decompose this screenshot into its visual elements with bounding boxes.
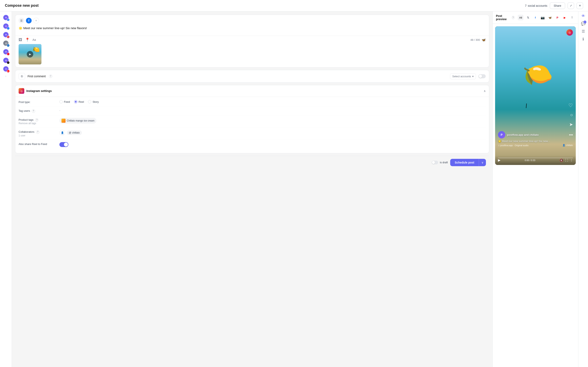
select-accounts-chevron: ▾ (472, 75, 474, 78)
preview-tab-facebook[interactable]: f (532, 15, 538, 20)
image-icon[interactable]: 🖼 (18, 38, 22, 42)
sidebar-item-pinterest[interactable]: ✦ P (2, 48, 9, 55)
radio-story-label: Story (93, 100, 99, 103)
first-comment-help-icon[interactable]: ? (49, 75, 52, 78)
preview-help-icon[interactable]: ? (512, 16, 515, 19)
schedule-post-button[interactable]: Schedule post (450, 159, 479, 166)
comment-icon: ① (18, 73, 25, 80)
product-tags-sublabel: Remove all tags (18, 122, 60, 125)
settings-collapse-icon[interactable]: ∧ (484, 89, 486, 92)
preview-tab-youtube[interactable]: ▶ (562, 15, 568, 20)
preview-play-button[interactable]: ▶ (498, 158, 501, 162)
preview-lemon-graphic: 🍋 (520, 57, 555, 91)
collaborators-value: 👤 @ chillato (60, 130, 486, 136)
close-icon: ✕ (579, 4, 581, 7)
close-button[interactable]: ✕ (577, 2, 583, 9)
sidebar-item-tiktok[interactable]: ✦ ⊙ (2, 57, 9, 64)
radio-reel[interactable]: Reel (74, 100, 84, 103)
preview-mute-icon[interactable]: 🔇 (560, 159, 563, 162)
play-button[interactable]: ▶ (27, 51, 33, 58)
schedule-chevron-button[interactable]: ∨ (479, 159, 486, 166)
settings-header[interactable]: ◎ Instagram settings ∧ (15, 85, 489, 97)
preview-avatar: P (498, 131, 505, 138)
preview-tab-x[interactable]: 𝕏 (525, 15, 531, 20)
add-user-icon: 👤 (61, 131, 64, 134)
preview-meta: ♫ postflow.app · Original audio 👤 chilla… (498, 144, 573, 147)
first-comment-label: First comment (27, 75, 46, 78)
checklist-icon[interactable]: ☰ (582, 29, 585, 34)
collaborator-chip[interactable]: @ chillato (67, 131, 82, 135)
sidebar-accounts: ✦ Y ✦ f ✦ ◎ ✦ (0, 11, 12, 367)
preview-account-name: postflow.app and chillato (507, 133, 539, 136)
location-icon[interactable]: 📍 (25, 38, 30, 42)
sidebar-item-facebook[interactable]: ✦ f (2, 22, 9, 30)
compose-text-area[interactable]: 🌟 Meet our new summer line-up! Six new f… (15, 24, 489, 36)
add-collaborator-button[interactable]: 👤 (60, 130, 65, 136)
product-tag-chip[interactable]: Chillato mango ice cream (60, 118, 96, 124)
draft-label: is draft (440, 161, 448, 164)
product-tags-help-icon[interactable]: ? (35, 118, 38, 122)
settings-title: Instagram settings (26, 89, 52, 92)
radio-reel-outer (74, 100, 77, 103)
select-accounts-dropdown[interactable]: Select accounts ▾ (450, 73, 476, 79)
preview-share-icon[interactable]: ➤ (569, 122, 573, 127)
butterfly-icon[interactable]: 🦋 (482, 38, 486, 42)
product-tags-row: Product tags ? Remove all tags Chillato … (18, 115, 486, 128)
sidebar-item-instagram[interactable]: ✦ ◎ (2, 31, 9, 38)
preview-time-row: ▶ 0:00 / 0:33 🔇 ⛶ ⋮ (498, 158, 573, 162)
also-share-label: Also share Reel to Feed (18, 142, 47, 146)
sidebar-more-button[interactable]: ↓ (5, 75, 7, 77)
tab-buffer[interactable]: ☰ (18, 18, 24, 24)
instagram-settings-card: ◎ Instagram settings ∧ Post type: (15, 85, 489, 153)
schedule-btn-wrap: Schedule post ∨ (450, 159, 486, 166)
collaborators-help-icon[interactable]: ? (36, 131, 39, 134)
tab-add-button[interactable]: + (33, 18, 39, 24)
also-share-toggle[interactable] (60, 142, 68, 147)
sidebar-item-linkedin[interactable]: ✦ in (2, 40, 9, 47)
toggle-knob (479, 75, 482, 78)
first-comment-toggle[interactable] (478, 74, 486, 78)
preview-tab-all[interactable]: All (518, 15, 523, 20)
tab-facebook[interactable]: f (26, 18, 32, 24)
toolbar-right: 48 / 300 🦋 (470, 38, 486, 42)
draft-toggle-wrap: is draft (432, 161, 448, 164)
sidebar-item-youtube[interactable]: ✦ ▶ (2, 65, 9, 73)
preview-tab-bluesky[interactable]: 🦋 (547, 15, 553, 20)
preview-avatar-row: P postflow.app and chillato (498, 131, 573, 138)
media-wrap: 🍋 ▶ (15, 44, 489, 67)
collaborators-label-col: Collaborators ? 1 user (18, 130, 60, 137)
radio-story-outer (88, 100, 91, 103)
preview-view-icon[interactable]: 👁 (581, 14, 585, 18)
account-tabs: ☰ f + (15, 15, 489, 24)
share-button[interactable]: Share (550, 2, 565, 9)
comments-icon[interactable]: 💬 2 (581, 21, 586, 26)
post-type-options: Feed Reel Story (60, 100, 486, 103)
preview-tab-pinterest[interactable]: P (554, 15, 560, 20)
preview-comment-icon[interactable]: ○ (570, 112, 573, 118)
preview-options-icon[interactable]: ⋮ (570, 159, 573, 162)
draft-toggle[interactable] (432, 161, 438, 164)
radio-feed[interactable]: Feed (60, 100, 70, 103)
collaborators-sublabel: 1 user (18, 134, 60, 137)
preview-heart-icon[interactable]: ♡ (568, 103, 573, 108)
collaborators-label: Collaborators (18, 130, 34, 133)
compose-toolbar: 🖼 📍 Aa 48 / 300 🦋 (15, 36, 489, 44)
radio-story[interactable]: Story (88, 100, 99, 103)
preview-video-card: ◎ 🍋 | ♡ ○ ➤ ••• P postflow.app and chill… (495, 26, 576, 165)
info-icon[interactable]: ℹ (582, 37, 584, 42)
expand-button[interactable]: ⤢ (568, 2, 574, 9)
tag-users-help-icon[interactable]: ? (32, 109, 35, 113)
sidebar-item-bluesky[interactable]: ✦ Y (2, 14, 9, 21)
preview-tab-threads[interactable]: T (569, 15, 575, 20)
preview-header: Post preview ? All 𝕏 f 📷 🦋 P ▶ T (493, 11, 578, 24)
preview-tab-instagram[interactable]: 📷 (540, 15, 545, 20)
text-format-icon[interactable]: Aa (33, 38, 36, 42)
main-layout: ✦ Y ✦ f ✦ ◎ ✦ (0, 11, 588, 367)
right-icon-strip: 👁 💬 2 ☰ ℹ (578, 11, 588, 367)
post-type-label: Post type: (18, 100, 30, 104)
first-comment-card: ① First comment ? Select accounts ▾ (15, 70, 489, 83)
toggle-lg-knob (64, 142, 68, 147)
media-thumbnail[interactable]: 🍋 ▶ (18, 44, 42, 64)
preview-title: Post preview (496, 14, 510, 21)
preview-fullscreen-icon[interactable]: ⛶ (565, 159, 568, 162)
